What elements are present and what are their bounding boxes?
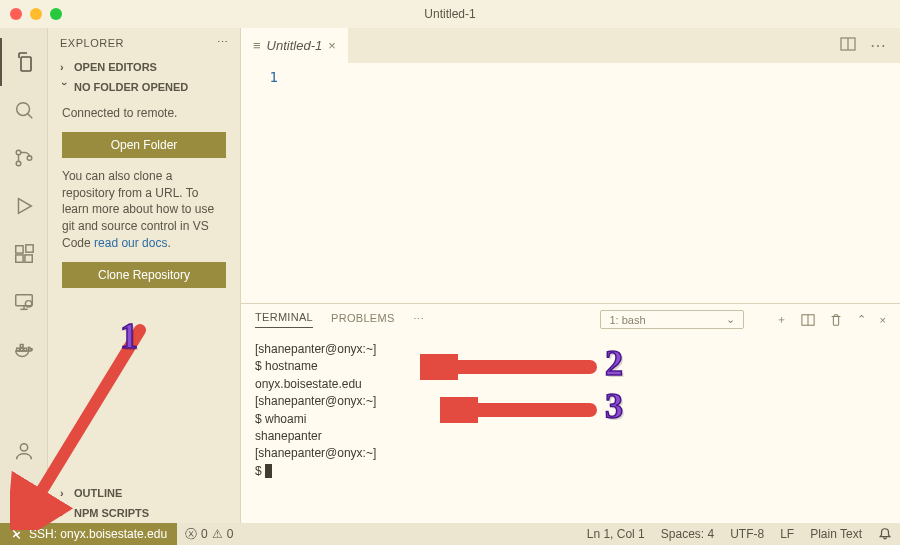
remote-icon: [10, 528, 23, 541]
settings-gear-icon[interactable]: [0, 475, 48, 523]
indentation-status[interactable]: Spaces: 4: [653, 527, 722, 541]
terminal-selector[interactable]: 1: bash ⌄: [600, 310, 743, 329]
notifications-icon[interactable]: [870, 527, 900, 541]
svg-point-0: [16, 103, 29, 116]
term-line: [shanepanter@onyx:~]: [255, 394, 376, 408]
title-bar: Untitled-1: [0, 0, 900, 28]
terminal-tab[interactable]: TERMINAL: [255, 311, 313, 328]
maximize-panel-icon[interactable]: ⌃: [857, 313, 866, 326]
chevron-down-icon: ⌄: [726, 313, 735, 326]
file-icon: ≡: [253, 38, 261, 53]
svg-marker-5: [18, 199, 31, 214]
svg-line-1: [27, 114, 32, 119]
svg-rect-9: [25, 245, 32, 252]
panel: TERMINAL PROBLEMS ⋯ 1: bash ⌄ ＋: [241, 303, 900, 523]
clone-repository-button[interactable]: Clone Repository: [62, 262, 226, 288]
clone-info-text: You can also clone a repository from a U…: [62, 168, 226, 252]
cursor-position[interactable]: Ln 1, Col 1: [579, 527, 653, 541]
remote-label: SSH: onyx.boisestate.edu: [29, 527, 167, 541]
problems-status[interactable]: ⓧ0 ⚠0: [177, 526, 241, 543]
svg-point-3: [16, 161, 21, 166]
language-mode[interactable]: Plain Text: [802, 527, 870, 541]
terminal-cursor: [265, 464, 272, 478]
svg-rect-8: [24, 255, 31, 262]
term-line: [shanepanter@onyx:~]: [255, 446, 376, 460]
line-number: 1: [241, 69, 296, 297]
split-editor-icon[interactable]: [840, 36, 856, 55]
editor-tab[interactable]: ≡ Untitled-1 ×: [241, 28, 348, 63]
term-line: shanepanter: [255, 429, 322, 443]
no-folder-label: NO FOLDER OPENED: [74, 81, 188, 93]
activity-bar: [0, 28, 48, 523]
source-control-activity-icon[interactable]: [0, 134, 48, 182]
editor-content[interactable]: 1: [241, 63, 900, 303]
status-bar: SSH: onyx.boisestate.edu ⓧ0 ⚠0 Ln 1, Col…: [0, 523, 900, 545]
sidebar-more-icon[interactable]: ⋯: [217, 36, 229, 49]
chevron-right-icon: ›: [60, 487, 70, 499]
warning-icon: ⚠: [212, 527, 223, 541]
chevron-right-icon: ›: [60, 507, 70, 519]
encoding-status[interactable]: UTF-8: [722, 527, 772, 541]
svg-point-18: [20, 444, 27, 451]
connected-text: Connected to remote.: [62, 105, 226, 122]
eol-status[interactable]: LF: [772, 527, 802, 541]
tab-label: Untitled-1: [267, 38, 323, 53]
docker-activity-icon[interactable]: [0, 326, 48, 374]
explorer-activity-icon[interactable]: [0, 38, 48, 86]
svg-rect-6: [15, 246, 22, 253]
no-folder-section[interactable]: › NO FOLDER OPENED: [48, 77, 240, 97]
term-line: $ hostname: [255, 359, 318, 373]
svg-point-2: [16, 150, 21, 155]
new-terminal-icon[interactable]: ＋: [776, 312, 787, 327]
split-terminal-icon[interactable]: [801, 313, 815, 327]
close-panel-icon[interactable]: ×: [880, 314, 886, 326]
close-window-button[interactable]: [10, 8, 22, 20]
account-activity-icon[interactable]: [0, 427, 48, 475]
remote-explorer-activity-icon[interactable]: [0, 278, 48, 326]
editor-area: ≡ Untitled-1 × ⋯ 1 TERMINAL PROBLEMS ⋯: [241, 28, 900, 523]
open-editors-label: OPEN EDITORS: [74, 61, 157, 73]
trash-icon[interactable]: [829, 313, 843, 327]
npm-scripts-label: NPM SCRIPTS: [74, 507, 149, 519]
maximize-window-button[interactable]: [50, 8, 62, 20]
read-docs-link[interactable]: read our docs: [94, 236, 167, 250]
error-count: 0: [201, 527, 208, 541]
open-editors-section[interactable]: › OPEN EDITORS: [48, 57, 240, 77]
term-line: $ whoami: [255, 412, 306, 426]
npm-scripts-section[interactable]: › NPM SCRIPTS: [48, 503, 240, 523]
error-icon: ⓧ: [185, 526, 197, 543]
open-folder-button[interactable]: Open Folder: [62, 132, 226, 158]
chevron-right-icon: ›: [60, 61, 70, 73]
close-tab-icon[interactable]: ×: [328, 38, 336, 53]
terminal-selector-label: 1: bash: [609, 314, 645, 326]
term-line: $: [255, 464, 265, 478]
term-line: onyx.boisestate.edu: [255, 377, 362, 391]
editor-more-icon[interactable]: ⋯: [870, 36, 886, 55]
minimize-window-button[interactable]: [30, 8, 42, 20]
svg-rect-7: [15, 255, 22, 262]
window-controls: [10, 8, 62, 20]
panel-more-icon[interactable]: ⋯: [413, 313, 424, 326]
extensions-activity-icon[interactable]: [0, 230, 48, 278]
tab-bar: ≡ Untitled-1 × ⋯: [241, 28, 900, 63]
svg-rect-17: [20, 345, 23, 348]
run-debug-activity-icon[interactable]: [0, 182, 48, 230]
problems-tab[interactable]: PROBLEMS: [331, 312, 395, 328]
search-activity-icon[interactable]: [0, 86, 48, 134]
outline-label: OUTLINE: [74, 487, 122, 499]
warning-count: 0: [227, 527, 234, 541]
chevron-down-icon: ›: [59, 82, 71, 92]
outline-section[interactable]: › OUTLINE: [48, 483, 240, 503]
svg-point-19: [21, 496, 27, 502]
sidebar-title: EXPLORER: [60, 37, 124, 49]
window-title: Untitled-1: [424, 7, 475, 21]
terminal-output[interactable]: [shanepanter@onyx:~] $ hostname onyx.boi…: [241, 335, 900, 523]
sidebar: EXPLORER ⋯ › OPEN EDITORS › NO FOLDER OP…: [48, 28, 241, 523]
remote-status[interactable]: SSH: onyx.boisestate.edu: [0, 523, 177, 545]
term-line: [shanepanter@onyx:~]: [255, 342, 376, 356]
